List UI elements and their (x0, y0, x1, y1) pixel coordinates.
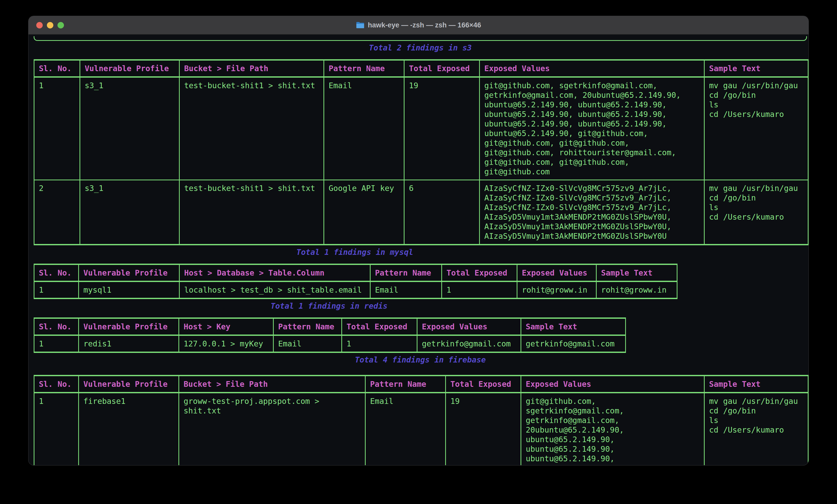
cell: groww-test-proj.appspot.com > shit.txt (179, 393, 366, 465)
column-header: Vulnerable Profile (79, 265, 180, 282)
cell: 6 (405, 180, 480, 244)
cell: 19 (446, 393, 521, 465)
cell: getrkinfo@gmail.com (417, 336, 521, 352)
column-header: Exposed Values (521, 376, 705, 393)
header-row: Sl. No.Vulnerable ProfileHost > Database… (34, 265, 677, 282)
table-row: 1mysql1localhost > test_db > shit_table.… (34, 282, 677, 298)
cell: Email (324, 78, 405, 180)
cell: s3_1 (80, 180, 180, 244)
traffic-lights (36, 16, 64, 34)
column-header: Sl. No. (34, 376, 79, 393)
terminal-content[interactable]: Total 2 findings in s3 Sl. No.Vulnerable… (29, 35, 808, 465)
cell: Email (371, 282, 442, 298)
column-header: Vulnerable Profile (79, 319, 179, 336)
cell: Email (274, 336, 342, 352)
cell: Google API key (324, 180, 405, 244)
cell: 1 (34, 393, 79, 465)
column-header: Vulnerable Profile (80, 60, 180, 78)
cell: firebase1 (79, 393, 179, 465)
table-row: 2s3_1test-bucket-shit1 > shit.txtGoogle … (34, 180, 808, 244)
column-header: Sample Text (705, 60, 808, 78)
zoom-button[interactable] (57, 22, 64, 29)
cell: 1 (34, 282, 79, 298)
cell: 1 (34, 78, 80, 180)
findings-table-firebase: Sl. No.Vulnerable ProfileBucket > File P… (34, 375, 808, 465)
column-header: Total Exposed (405, 60, 480, 78)
findings-caption-redis: Total 1 findings in redis (34, 301, 624, 311)
column-header: Sl. No. (34, 60, 80, 78)
column-header: Sl. No. (34, 265, 79, 282)
findings-caption-mysql: Total 1 findings in mysql (34, 247, 676, 257)
cell: rohit@groww.in (597, 282, 677, 298)
cell: mv gau /usr/bin/gau cd /go/bin ls cd /Us… (705, 78, 808, 180)
findings-caption-s3: Total 2 findings in s3 (34, 43, 807, 53)
column-header: Pattern Name (371, 265, 442, 282)
column-header: Sample Text (705, 376, 808, 393)
cell: s3_1 (80, 78, 180, 180)
titlebar[interactable]: hawk-eye — -zsh — zsh — 166×46 (29, 16, 808, 35)
column-header: Exposed Values (480, 60, 705, 78)
cell: mv gau /usr/bin/gau cd /go/bin ls cd /Us… (705, 393, 808, 465)
column-header: Total Exposed (442, 265, 517, 282)
terminal-window: hawk-eye — -zsh — zsh — 166×46 Total 2 f… (29, 16, 808, 465)
column-header: Pattern Name (366, 376, 446, 393)
column-header: Total Exposed (342, 319, 417, 336)
cell: localhost > test_db > shit_table.email (180, 282, 371, 298)
header-row: Sl. No.Vulnerable ProfileBucket > File P… (34, 376, 808, 393)
desktop-background: hawk-eye — -zsh — zsh — 166×46 Total 2 f… (0, 0, 837, 504)
column-header: Sl. No. (34, 319, 79, 336)
cell: 2 (34, 180, 80, 244)
column-header: Sample Text (597, 265, 677, 282)
column-header: Host > Key (179, 319, 274, 336)
findings-table-redis: Sl. No.Vulnerable ProfileHost > KeyPatte… (34, 317, 626, 353)
cell: test-bucket-shit1 > shit.txt (180, 180, 324, 244)
column-header: Bucket > File Path (179, 376, 366, 393)
cell: mv gau /usr/bin/gau cd /go/bin ls cd /Us… (705, 180, 808, 244)
window-title: hawk-eye — -zsh — zsh — 166×46 (368, 21, 481, 29)
column-header: Total Exposed (446, 376, 521, 393)
header-row: Sl. No.Vulnerable ProfileHost > KeyPatte… (34, 319, 625, 336)
column-header: Bucket > File Path (180, 60, 324, 78)
findings-table-mysql: Sl. No.Vulnerable ProfileHost > Database… (34, 264, 677, 299)
column-header: Exposed Values (517, 265, 597, 282)
column-header: Exposed Values (417, 319, 521, 336)
column-header: Vulnerable Profile (79, 376, 179, 393)
column-header: Pattern Name (274, 319, 342, 336)
table-row: 1s3_1test-bucket-shit1 > shit.txtEmail19… (34, 78, 808, 180)
header-row: Sl. No.Vulnerable ProfileBucket > File P… (34, 60, 808, 78)
cell: git@github.com, sgetrkinfo@gmail.com, ge… (480, 78, 705, 180)
column-header: Pattern Name (324, 60, 405, 78)
cell: 1 (442, 282, 517, 298)
table-row: 1redis1127.0.0.1 > myKeyEmail1getrkinfo@… (34, 336, 625, 352)
table-row: 1firebase1groww-test-proj.appspot.com > … (34, 393, 808, 465)
cell: 1 (342, 336, 417, 352)
findings-caption-firebase: Total 4 findings in firebase (34, 355, 807, 365)
cell: mysql1 (79, 282, 180, 298)
cell: getrkinfo@gmail.com (521, 336, 625, 352)
close-button[interactable] (36, 22, 43, 29)
column-header: Sample Text (521, 319, 625, 336)
cell: 1 (34, 336, 79, 352)
cell: Email (366, 393, 446, 465)
previous-table-bottom-border (34, 36, 807, 41)
cell: redis1 (79, 336, 179, 352)
findings-table-s3: Sl. No.Vulnerable ProfileBucket > File P… (34, 59, 808, 245)
minimize-button[interactable] (47, 22, 53, 29)
column-header: Host > Database > Table.Column (180, 265, 371, 282)
cell: test-bucket-shit1 > shit.txt (180, 78, 324, 180)
cell: 127.0.0.1 > myKey (179, 336, 274, 352)
cell: AIzaSyCfNZ-IZx0-SlVcVg8MCr575zv9_Ar7jLc,… (480, 180, 705, 244)
cell: 19 (405, 78, 480, 180)
cell: rohit@groww.in (517, 282, 597, 298)
cell: git@github.com, sgetrkinfo@gmail.com, ge… (521, 393, 705, 465)
folder-icon (356, 21, 364, 29)
